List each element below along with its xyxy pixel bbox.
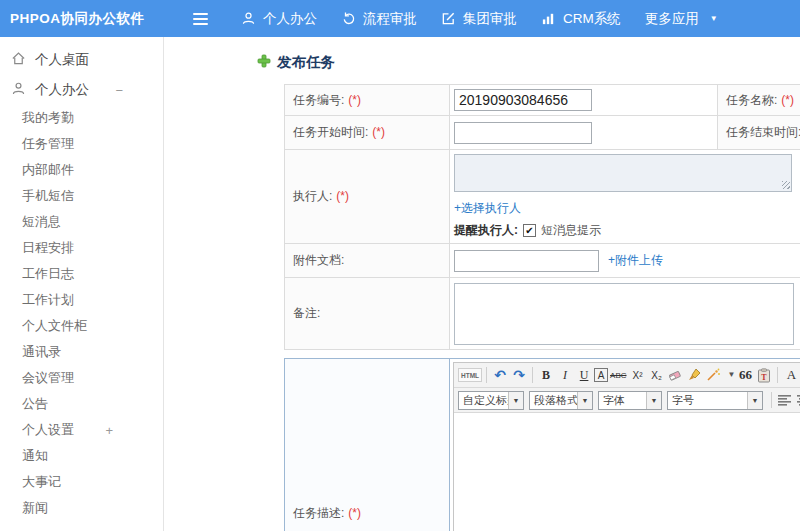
required-mark: (*) <box>336 189 349 203</box>
sidebar-item-news[interactable]: 新闻 <box>0 495 163 521</box>
eraser-icon[interactable] <box>667 366 685 385</box>
sidebar-item-my-attendance[interactable]: 我的考勤 <box>0 105 163 131</box>
bold-button[interactable]: B <box>537 366 555 385</box>
page-title: 发布任务 <box>257 53 800 72</box>
sidebar-item-work-log[interactable]: 工作日志 <box>0 261 163 287</box>
sidebar-item-contacts[interactable]: 通讯录 <box>0 339 163 365</box>
chevron-down-icon[interactable]: ▼ <box>728 371 736 379</box>
italic-button[interactable]: I <box>556 366 574 385</box>
topbar: PHPOA协同办公软件 个人办公 流程审批 集团审批 CRM系统 更多应用 ▼ <box>0 0 800 37</box>
chevron-down-icon: ▼ <box>577 392 592 409</box>
required-mark: (*) <box>372 125 385 139</box>
sms-reminder-label: 短消息提示 <box>541 222 601 239</box>
underline-button[interactable]: U <box>575 366 593 385</box>
sidebar-item-internal-mail[interactable]: 内部邮件 <box>0 157 163 183</box>
app-logo: PHPOA协同办公软件 <box>0 10 165 28</box>
task-number-label: 任务编号: <box>293 93 344 107</box>
main-content: 发布任务 任务编号:(*) 任务名称:(*) 任务开始时间:(*) 任务结束时间… <box>164 37 800 531</box>
text-style-button[interactable]: A <box>594 368 608 382</box>
sidebar-item-notice[interactable]: 通知 <box>0 443 163 469</box>
attachment-upload-link[interactable]: +附件上传 <box>608 252 663 269</box>
sidebar-item-personal-office[interactable]: 个人办公 − <box>0 75 163 105</box>
start-time-input[interactable] <box>454 122 592 144</box>
edit-square-icon <box>441 11 456 26</box>
executor-label: 执行人: <box>293 189 332 203</box>
required-mark: (*) <box>781 93 794 107</box>
remark-label: 备注: <box>293 306 320 320</box>
bar-chart-icon <box>541 11 556 26</box>
magic-wand-icon[interactable] <box>705 366 723 385</box>
html-source-button[interactable]: HTML <box>458 368 482 382</box>
sidebar-item-announcement[interactable]: 公告 <box>0 391 163 417</box>
chevron-down-icon: ▼ <box>710 15 718 23</box>
required-mark: (*) <box>348 93 361 107</box>
blockquote-button[interactable]: 66 <box>736 366 754 385</box>
align-left-icon[interactable] <box>776 391 794 410</box>
nav-item-more-apps[interactable]: 更多应用 ▼ <box>640 0 723 37</box>
chevron-down-icon: ▼ <box>747 392 762 409</box>
custom-heading-select[interactable]: 自定义标题▼ <box>458 391 524 410</box>
home-icon <box>11 51 26 69</box>
user-icon <box>11 81 26 99</box>
add-icon <box>257 54 271 71</box>
sidebar-item-work-plan[interactable]: 工作计划 <box>0 287 163 313</box>
process-approval-icon <box>341 11 356 26</box>
editor-toolbar-row2: 自定义标题▼ 段落格式▼ 字体▼ 字号▼ <box>454 388 800 413</box>
expand-icon[interactable]: + <box>105 423 113 438</box>
executor-textarea[interactable] <box>454 154 792 192</box>
font-size-select[interactable]: 字号▼ <box>667 391 763 410</box>
start-time-label: 任务开始时间: <box>293 125 368 139</box>
editor-content-area[interactable] <box>454 413 800 531</box>
end-time-label: 任务结束时间: <box>726 125 800 139</box>
format-brush-icon[interactable] <box>686 366 704 385</box>
paste-text-icon[interactable]: T <box>755 366 773 385</box>
collapse-icon[interactable]: − <box>115 83 123 98</box>
nav-item-personal-office[interactable]: 个人办公 <box>236 0 322 37</box>
chevron-down-icon: ▼ <box>646 392 661 409</box>
font-color-button[interactable]: A <box>782 366 800 385</box>
sidebar-item-task-management[interactable]: 任务管理 <box>0 131 163 157</box>
chevron-down-icon: ▼ <box>508 392 523 409</box>
strikethrough-button[interactable]: ABC <box>609 366 627 385</box>
remind-executor-label: 提醒执行人: <box>454 222 518 239</box>
svg-text:T: T <box>762 372 768 381</box>
sidebar-item-personal-desktop[interactable]: 个人桌面 <box>0 45 163 75</box>
rich-text-editor: HTML ↶ ↷ B I U A ABC X² <box>453 362 800 531</box>
paragraph-format-select[interactable]: 段落格式▼ <box>529 391 593 410</box>
description-label: 任务描述: <box>293 506 344 520</box>
undo-icon[interactable]: ↶ <box>491 366 509 385</box>
sidebar-item-schedule[interactable]: 日程安排 <box>0 235 163 261</box>
sms-reminder-checkbox[interactable]: ✔ <box>523 224 536 237</box>
sidebar-item-short-message[interactable]: 短消息 <box>0 209 163 235</box>
font-family-select[interactable]: 字体▼ <box>598 391 662 410</box>
subscript-button[interactable]: X₂ <box>648 366 666 385</box>
nav-item-group-approval[interactable]: 集团审批 <box>436 0 522 37</box>
task-number-input[interactable] <box>454 89 592 111</box>
menu-toggle-icon[interactable] <box>193 13 208 25</box>
sidebar-item-file-cabinet[interactable]: 个人文件柜 <box>0 313 163 339</box>
task-name-label: 任务名称: <box>726 93 777 107</box>
choose-executor-link[interactable]: +选择执行人 <box>454 201 521 215</box>
nav-item-process-approval[interactable]: 流程审批 <box>336 0 422 37</box>
attachment-label: 附件文档: <box>293 253 344 267</box>
top-nav: 个人办公 流程审批 集团审批 CRM系统 更多应用 ▼ <box>236 0 723 37</box>
sidebar-item-mobile-sms[interactable]: 手机短信 <box>0 183 163 209</box>
sidebar-item-personal-settings[interactable]: 个人设置 + <box>0 417 163 443</box>
sidebar-item-meeting-management[interactable]: 会议管理 <box>0 365 163 391</box>
align-center-icon[interactable] <box>795 391 800 410</box>
sidebar-item-major-events[interactable]: 大事记 <box>0 469 163 495</box>
publish-task-form: 任务编号:(*) 任务名称:(*) 任务开始时间:(*) 任务结束时间:(*) … <box>284 84 800 531</box>
attachment-input[interactable] <box>454 250 599 272</box>
nav-item-crm[interactable]: CRM系统 <box>536 0 626 37</box>
editor-toolbar-row1: HTML ↶ ↷ B I U A ABC X² <box>454 363 800 388</box>
sidebar: 个人桌面 个人办公 − 我的考勤 任务管理 内部邮件 手机短信 短消息 日程安排… <box>0 37 164 531</box>
remark-textarea[interactable] <box>454 283 794 345</box>
required-mark: (*) <box>348 506 361 520</box>
user-icon <box>241 11 256 26</box>
redo-icon[interactable]: ↷ <box>510 366 528 385</box>
superscript-button[interactable]: X² <box>629 366 647 385</box>
